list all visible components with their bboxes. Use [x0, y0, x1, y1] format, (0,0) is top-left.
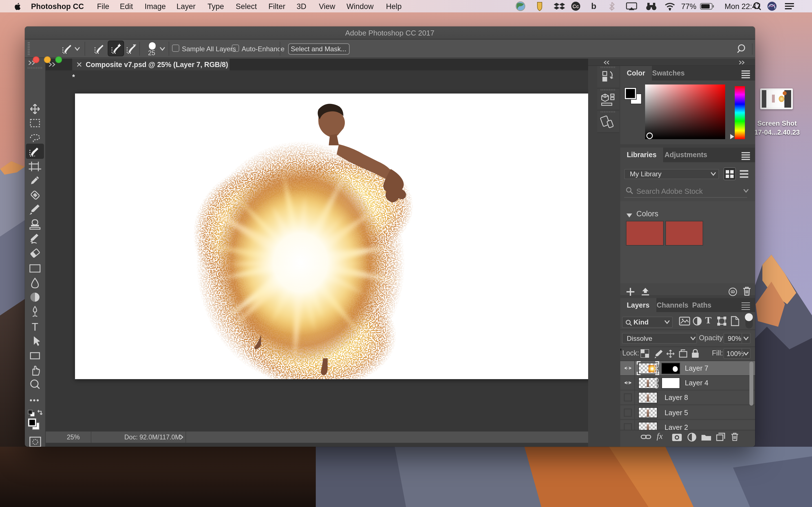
- svg-text:77%: 77%: [681, 2, 696, 11]
- svg-text:T: T: [32, 321, 38, 333]
- svg-text:Cc: Cc: [572, 4, 579, 9]
- svg-text:b: b: [591, 1, 596, 11]
